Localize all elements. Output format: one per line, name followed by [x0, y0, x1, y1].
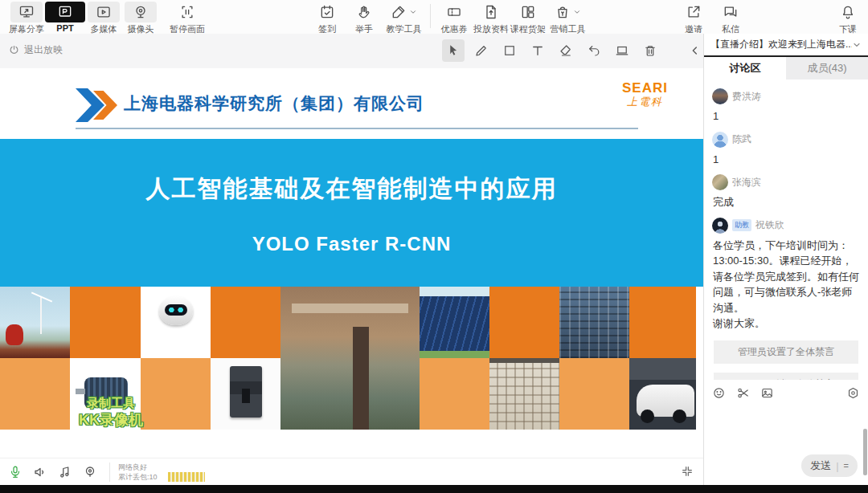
image-icon[interactable]	[760, 386, 774, 400]
exit-slideshow-icon	[8, 44, 20, 56]
chat-message: 陈武 1	[712, 132, 860, 168]
teaching-tools-icon	[383, 2, 425, 22]
settings-gear-icon[interactable]	[846, 386, 860, 400]
slide-header: 上海电器科学研究所（集团）有限公司 SEARI 上電科	[0, 68, 703, 139]
bottom-black-strip	[0, 485, 868, 493]
speaker-icon[interactable]	[33, 465, 47, 479]
chat-input-toolbar	[704, 380, 868, 403]
ppt-icon	[45, 2, 85, 22]
screen-share-button[interactable]: 屏幕分享	[8, 2, 45, 35]
rectangle-tool[interactable]	[498, 39, 521, 62]
coupon-button[interactable]: 优惠券	[436, 2, 473, 35]
sign-in-button[interactable]: 签到	[309, 2, 346, 35]
camera-button[interactable]: 摄像头	[122, 2, 159, 35]
coupon-icon	[438, 2, 470, 22]
network-status: 网络良好 累计丢包:10	[109, 462, 158, 482]
toolbar-left-group: 屏幕分享 PPT 多媒体 摄像头	[8, 2, 206, 35]
materials-button[interactable]: 投放资料	[473, 2, 510, 35]
orange-tile	[629, 287, 696, 358]
end-class-bell-icon	[832, 2, 864, 22]
pause-screen-button[interactable]: 暂停画面	[169, 2, 206, 35]
header-rule	[76, 128, 638, 129]
select-tool[interactable]	[442, 39, 465, 62]
photo-electrical-equipment	[559, 287, 629, 358]
chat-message: 张海滨 完成	[712, 174, 860, 210]
chat-sidebar: 【直播介绍】欢迎来到上海电器... 讨论区 成员(43) 费洪涛 1 陈武	[703, 34, 868, 485]
photo-electric-car	[629, 358, 696, 430]
undo-tool[interactable]	[583, 39, 605, 62]
network-waveform	[168, 472, 205, 482]
marketing-tools-icon	[547, 2, 589, 22]
presentation-subbar: 退出放映	[0, 34, 703, 69]
webcam-icon[interactable]	[83, 465, 97, 479]
photo-robot	[141, 287, 211, 358]
chevron-down-icon	[573, 8, 581, 16]
whiteboard-tool[interactable]	[611, 39, 633, 62]
tab-members[interactable]: 成员(43)	[786, 57, 868, 79]
send-button[interactable]: 发送 | =	[801, 454, 858, 477]
media-controls: 网络良好 累计丢包:10	[8, 458, 205, 486]
sign-in-icon	[311, 2, 343, 22]
avatar	[712, 218, 728, 234]
marketing-tools-button[interactable]: 营销工具	[547, 2, 589, 35]
multimedia-button[interactable]: 多媒体	[85, 2, 122, 35]
invite-button[interactable]: 邀请	[675, 2, 712, 35]
pen-tool[interactable]	[470, 39, 493, 62]
orange-tile	[559, 358, 629, 430]
avatar	[712, 132, 728, 148]
course-shelf-button[interactable]: 课程货架	[510, 2, 547, 35]
clear-tool[interactable]	[639, 39, 661, 62]
send-options-icon[interactable]: =	[844, 461, 849, 471]
text-tool[interactable]	[526, 39, 549, 62]
tab-discussion[interactable]: 讨论区	[704, 57, 786, 79]
emoji-icon[interactable]	[712, 386, 726, 400]
private-message-button[interactable]: 私信	[712, 2, 749, 35]
photo-solar-panels	[420, 287, 489, 358]
end-class-button[interactable]: 下课	[829, 2, 866, 35]
sidebar-tabs: 讨论区 成员(43)	[704, 57, 868, 79]
top-toolbar: 屏幕分享 PPT 多媒体 摄像头	[0, 0, 868, 35]
chat-message: 费洪涛 1	[712, 88, 860, 124]
toolbar-end-group: 下课	[829, 2, 866, 35]
sidebar-scrollbar[interactable]	[863, 429, 867, 475]
toolbar-right-group: 邀请 私信	[675, 2, 749, 35]
slide-title-banner: 人工智能基础及在智能制造中的应用 YOLO Faster R-CNN	[0, 139, 703, 287]
avatar	[712, 88, 728, 104]
chat-input-area[interactable]	[704, 403, 868, 453]
send-divider: |	[836, 460, 838, 472]
ppt-slide: 上海电器科学研究所（集团）有限公司 SEARI 上電科 人工智能基础及在智能制造…	[0, 68, 703, 458]
materials-icon	[475, 2, 507, 22]
worker-figure	[6, 324, 23, 345]
screen-share-icon	[10, 2, 43, 22]
toolbar-center-group: 签到 举手 教学工具	[309, 2, 589, 35]
orange-tile	[70, 287, 141, 358]
chat-message-list[interactable]: 费洪涛 1 陈武 1 张海滨 完成	[704, 79, 868, 380]
exit-slideshow-button[interactable]: 退出放映	[8, 43, 63, 57]
photo-circuit-breaker	[211, 358, 280, 430]
multimedia-icon	[88, 2, 120, 22]
photo-wind-turbine	[0, 287, 70, 358]
live-intro-dropdown[interactable]: 【直播介绍】欢迎来到上海电器...	[704, 34, 868, 57]
private-message-icon	[714, 2, 747, 22]
double-chevron-logo-icon	[76, 88, 117, 122]
ppt-button[interactable]: PPT	[45, 2, 85, 33]
system-message: 管理员设置了全体禁言	[714, 340, 858, 364]
raise-hand-button[interactable]: 举手	[346, 2, 383, 35]
eraser-tool[interactable]	[555, 39, 577, 62]
music-icon[interactable]	[58, 465, 72, 479]
slide-title: 人工智能基础及在智能制造中的应用	[0, 139, 703, 206]
collapse-fullscreen-icon[interactable]	[681, 465, 694, 478]
chevron-down-icon	[852, 40, 862, 50]
scissors-icon[interactable]	[736, 386, 750, 400]
annotation-toolbar	[442, 39, 735, 62]
raise-hand-icon	[348, 2, 380, 22]
course-shelf-icon	[512, 2, 544, 22]
avatar	[712, 174, 728, 190]
teaching-tools-button[interactable]: 教学工具	[383, 2, 425, 35]
orange-tile	[489, 287, 559, 358]
orange-tile	[211, 287, 280, 358]
chat-message: 助教 祝铁欣 各位学员，下午培训时间为：13:00-15:30。课程已经开始，请…	[712, 218, 860, 332]
microphone-icon[interactable]	[8, 465, 23, 479]
organization-name: 上海电器科学研究所（集团）有限公司	[124, 92, 424, 115]
toolbar-divider	[430, 4, 431, 28]
